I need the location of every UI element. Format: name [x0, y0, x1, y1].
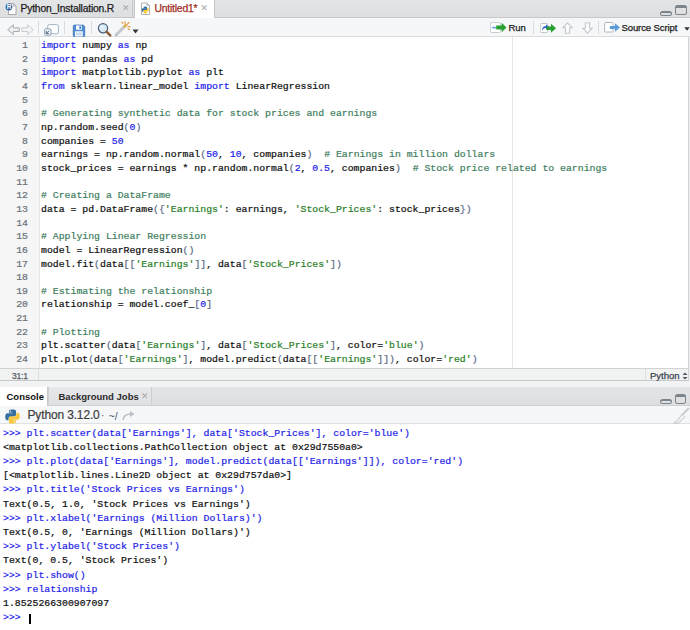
svg-text:R: R	[7, 3, 12, 10]
